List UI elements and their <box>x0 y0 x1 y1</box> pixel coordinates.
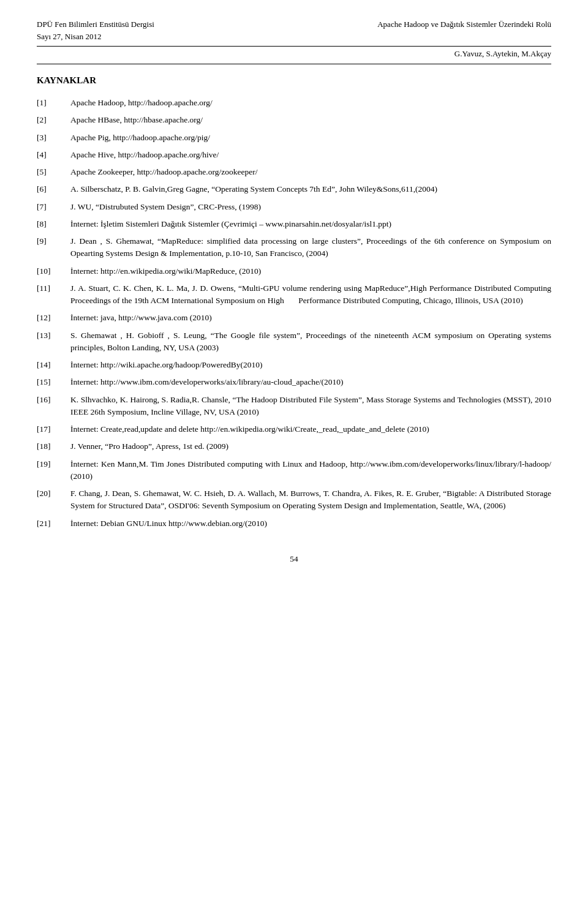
reference-item: [21]İnternet: Debian GNU/Linux http://ww… <box>37 517 551 530</box>
ref-content: İnternet: Debian GNU/Linux http://www.de… <box>70 517 551 530</box>
ref-number: [19] <box>37 458 70 483</box>
ref-number: [14] <box>37 359 70 371</box>
ref-number: [21] <box>37 517 70 530</box>
ref-content: Apache Pig, http://hadoop.apache.org/pig… <box>70 132 551 144</box>
reference-item: [14]İnternet: http://wiki.apache.org/had… <box>37 359 551 371</box>
reference-item: [11]J. A. Stuart, C. K. Chen, K. L. Ma, … <box>37 282 551 307</box>
ref-content: F. Chang, J. Dean, S. Ghemawat, W. C. Hs… <box>70 487 551 513</box>
page-footer: 54 <box>37 554 551 564</box>
journal-title: DPÜ Fen Bilimleri Enstitüsü Dergisi <box>37 18 154 31</box>
page: DPÜ Fen Bilimleri Enstitüsü Dergisi Sayı… <box>0 0 588 899</box>
ref-number: [10] <box>37 265 70 277</box>
article-title: Apache Hadoop ve Dağıtık Sistemler Üzeri… <box>377 18 551 31</box>
ref-number: [17] <box>37 423 70 435</box>
page-header: DPÜ Fen Bilimleri Enstitüsü Dergisi Sayı… <box>37 18 551 47</box>
reference-item: [15]İnternet: http://www.ibm.com/develop… <box>37 376 551 388</box>
ref-number: [16] <box>37 394 70 419</box>
reference-item: [3]Apache Pig, http://hadoop.apache.org/… <box>37 132 551 144</box>
reference-item: [5]Apache Zookeeper, http://hadoop.apach… <box>37 166 551 178</box>
ref-number: [5] <box>37 166 70 178</box>
reference-item: [19]İnternet: Ken Mann,M. Tim Jones Dist… <box>37 458 551 483</box>
ref-number: [2] <box>37 114 70 126</box>
page-number: 54 <box>290 554 298 563</box>
reference-item: [9]J. Dean , S. Ghemawat, “MapReduce: si… <box>37 235 551 260</box>
ref-content: Apache Hive, http://hadoop.apache.org/hi… <box>70 149 551 161</box>
reference-item: [13]S. Ghemawat , H. Gobioff , S. Leung,… <box>37 329 551 355</box>
ref-content: İnternet: Ken Mann,M. Tim Jones Distribu… <box>70 458 551 483</box>
ref-number: [1] <box>37 97 70 109</box>
ref-content: İnternet: http://www.ibm.com/developerwo… <box>70 376 551 388</box>
section-title: KAYNAKLAR <box>37 75 551 86</box>
reference-item: [18]J. Venner, “Pro Hadoop”, Apress, 1st… <box>37 440 551 453</box>
reference-item: [2]Apache HBase, http://hbase.apache.org… <box>37 114 551 126</box>
reference-item: [17]İnternet: Create,read,update and del… <box>37 423 551 435</box>
ref-content: İnternet: İşletim Sistemleri Dağıtık Sis… <box>70 218 551 230</box>
ref-content: İnternet: http://wiki.apache.org/hadoop/… <box>70 359 551 371</box>
reference-item: [10]İnternet: http://en.wikipedia.org/wi… <box>37 265 551 277</box>
ref-number: [8] <box>37 218 70 230</box>
ref-content: J. A. Stuart, C. K. Chen, K. L. Ma, J. D… <box>70 282 551 307</box>
reference-item: [1]Apache Hadoop, http://hadoop.apache.o… <box>37 97 551 109</box>
ref-number: [13] <box>37 329 70 355</box>
reference-item: [20]F. Chang, J. Dean, S. Ghemawat, W. C… <box>37 487 551 513</box>
journal-issue: Sayı 27, Nisan 2012 <box>37 31 154 43</box>
reference-item: [7]J. WU, “Distrubuted System Design”, C… <box>37 201 551 213</box>
ref-content: Apache HBase, http://hbase.apache.org/ <box>70 114 551 126</box>
ref-content: İnternet: java, http://www.java.com (201… <box>70 312 551 324</box>
header-left: DPÜ Fen Bilimleri Enstitüsü Dergisi Sayı… <box>37 18 154 42</box>
references-list: [1]Apache Hadoop, http://hadoop.apache.o… <box>37 97 551 530</box>
ref-number: [3] <box>37 132 70 144</box>
ref-content: S. Ghemawat , H. Gobioff , S. Leung, “Th… <box>70 329 551 355</box>
ref-number: [7] <box>37 201 70 213</box>
ref-number: [12] <box>37 312 70 324</box>
ref-content: İnternet: http://en.wikipedia.org/wiki/M… <box>70 265 551 277</box>
reference-item: [6]A. Silberschatz, P. B. Galvin,Greg Ga… <box>37 183 551 195</box>
reference-item: [4]Apache Hive, http://hadoop.apache.org… <box>37 149 551 161</box>
header-authors: G.Yavuz, S.Aytekin, M.Akçay <box>37 49 551 64</box>
ref-content: A. Silberschatz, P. B. Galvin,Greg Gagne… <box>70 183 551 195</box>
ref-number: [20] <box>37 487 70 513</box>
authors: G.Yavuz, S.Aytekin, M.Akçay <box>454 49 551 58</box>
ref-number: [6] <box>37 183 70 195</box>
reference-item: [8]İnternet: İşletim Sistemleri Dağıtık … <box>37 218 551 230</box>
ref-content: J. WU, “Distrubuted System Design”, CRC-… <box>70 201 551 213</box>
ref-number: [18] <box>37 440 70 453</box>
ref-number: [4] <box>37 149 70 161</box>
ref-content: K. Slhvachko, K. Hairong, S. Radia,R. Ch… <box>70 394 551 419</box>
ref-number: [11] <box>37 282 70 307</box>
ref-content: Apache Zookeeper, http://hadoop.apache.o… <box>70 166 551 178</box>
ref-content: İnternet: Create,read,update and delete … <box>70 423 551 435</box>
ref-number: [15] <box>37 376 70 388</box>
ref-content: Apache Hadoop, http://hadoop.apache.org/ <box>70 97 551 109</box>
reference-item: [12]İnternet: java, http://www.java.com … <box>37 312 551 324</box>
header-right: Apache Hadoop ve Dağıtık Sistemler Üzeri… <box>377 18 551 31</box>
ref-content: J. Venner, “Pro Hadoop”, Apress, 1st ed.… <box>70 440 551 453</box>
ref-number: [9] <box>37 235 70 260</box>
ref-content: J. Dean , S. Ghemawat, “MapReduce: simpl… <box>70 235 551 260</box>
reference-item: [16]K. Slhvachko, K. Hairong, S. Radia,R… <box>37 394 551 419</box>
